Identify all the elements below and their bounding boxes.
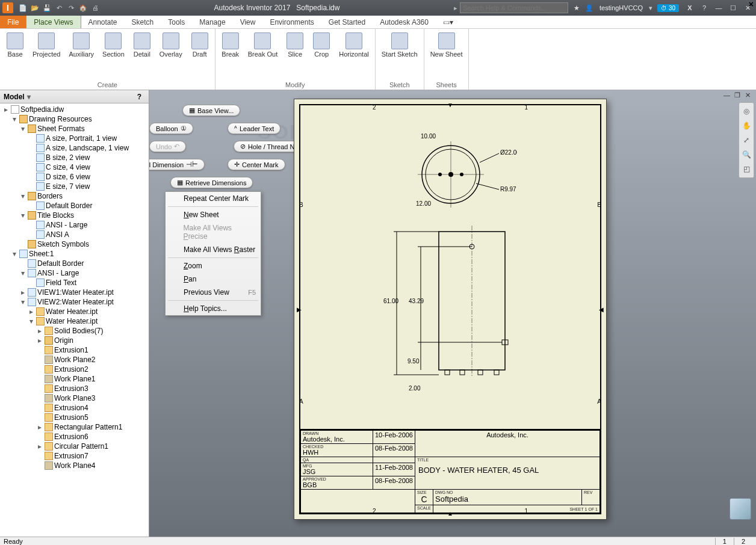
tree-twisty-icon[interactable]: ▾ (11, 115, 18, 123)
retrieve-dimensions-button[interactable]: ▦Retrieve Dimensions (170, 177, 253, 188)
favorite-icon[interactable]: ★ (572, 3, 581, 13)
tree-node[interactable]: ANSI - Large (1, 220, 147, 230)
tree-twisty-icon[interactable]: ▸ (36, 423, 43, 431)
center-mark-button[interactable]: ✛Center Mark (228, 159, 285, 170)
zoom-window-icon[interactable]: ◰ (740, 163, 752, 175)
view-cube[interactable] (730, 498, 751, 520)
tree-twisty-icon[interactable]: ▸ (36, 442, 43, 451)
tree-node[interactable]: ▸VIEW1:Water Heater.ipt (1, 288, 147, 297)
tree-twisty-icon[interactable]: ▾ (19, 125, 26, 133)
tab-environments[interactable]: Environments (262, 16, 321, 28)
qat-chevron-icon[interactable]: ▸ (454, 4, 457, 12)
tree-node[interactable]: ▸Rectangular Pattern1 (1, 422, 147, 432)
pan-icon[interactable]: ✋ (740, 120, 752, 132)
tree-node[interactable]: Default Border (1, 201, 147, 211)
tree-node[interactable]: Sketch Symbols (1, 239, 147, 249)
ribbon-detail-button[interactable]: Detail (131, 31, 153, 80)
tab-place-views[interactable]: Place Views (26, 16, 81, 28)
zoom-all-icon[interactable]: ⤢ (740, 134, 752, 146)
tree-node[interactable]: Extrusion7 (1, 451, 147, 461)
panel-close-icon[interactable]: × (749, 0, 754, 9)
tab-tools[interactable]: Tools (161, 16, 192, 28)
tree-node[interactable]: ▾Sheet:1 (1, 249, 147, 259)
tree-node[interactable]: ▸Softpedia.idw (1, 105, 147, 114)
tree-node[interactable]: ▸Solid Bodies(7) (1, 326, 147, 336)
menu-new-sheet[interactable]: New Sheet (166, 208, 261, 221)
tree-node[interactable]: Extrusion3 (1, 384, 147, 393)
leader-text-button[interactable]: ᴬLeader Text (228, 123, 280, 134)
tree-node[interactable]: ANSI A (1, 230, 147, 239)
minimize-icon[interactable]: — (714, 3, 723, 13)
tree-node[interactable]: ▸Circular Pattern1 (1, 442, 147, 451)
general-dimension-button[interactable]: General Dimension ⊣⊢ (149, 159, 205, 170)
tree-node[interactable]: A size, Landscape, 1 view (1, 143, 147, 153)
tree-twisty-icon[interactable]: ▾ (19, 269, 26, 277)
tree-node[interactable]: ▾Title Blocks (1, 211, 147, 220)
tab-autodesk-a360[interactable]: Autodesk A360 (373, 16, 436, 28)
save-icon[interactable]: 💾 (42, 3, 52, 13)
tree-node[interactable]: Extrusion6 (1, 432, 147, 442)
tree-twisty-icon[interactable]: ▸ (19, 288, 26, 297)
menu-zoom[interactable]: Zoom (166, 259, 261, 272)
panel-help-icon[interactable]: ? (137, 93, 141, 101)
tree-node[interactable]: A size, Portrait, 1 view (1, 134, 147, 143)
tab-get-started[interactable]: Get Started (321, 16, 373, 28)
tree-node[interactable]: ▾Sheet Formats (1, 124, 147, 134)
undo-icon[interactable]: ↶ (54, 3, 64, 13)
zoom-icon[interactable]: 🔍 (740, 149, 752, 161)
user-icon[interactable]: 👤 (585, 4, 593, 12)
tab-file[interactable]: File (0, 16, 26, 28)
doc-close-icon[interactable]: ✕ (745, 91, 754, 100)
tree-node[interactable]: ▾Drawing Resources (1, 114, 147, 124)
tree-node[interactable]: ▾ANSI - Large (1, 268, 147, 278)
tree-twisty-icon[interactable]: ▾ (19, 211, 26, 220)
tree-node[interactable]: ▾Water Heater.ipt (1, 316, 147, 326)
menu-pan[interactable]: Pan (166, 272, 261, 286)
tree-node[interactable]: Default Border (1, 259, 147, 268)
tree-twisty-icon[interactable]: ▾ (19, 192, 26, 200)
tree-twisty-icon[interactable]: ▸ (36, 327, 43, 335)
steering-wheel-icon[interactable]: ◎ (740, 105, 752, 117)
tree-twisty-icon[interactable]: ▾ (28, 317, 35, 325)
ribbon-draft-button[interactable]: Draft (188, 31, 211, 80)
tree-node[interactable]: Work Plane1 (1, 374, 147, 384)
search-input[interactable] (460, 2, 568, 13)
balloon-button[interactable]: Balloon ① (149, 123, 193, 134)
tab-appearance-icon[interactable]: ▭▾ (436, 16, 460, 28)
tree-node[interactable]: D size, 6 view (1, 172, 147, 182)
tab-manage[interactable]: Manage (192, 16, 232, 28)
tree-node[interactable]: Work Plane2 (1, 355, 147, 365)
model-tree[interactable]: ▸Softpedia.idw▾Drawing Resources▾Sheet F… (0, 103, 149, 537)
redo-icon[interactable]: ↷ (66, 3, 76, 13)
tab-sketch[interactable]: Sketch (125, 16, 161, 28)
ribbon-break-button[interactable]: Break (219, 31, 242, 80)
ribbon-section-button[interactable]: Section (100, 31, 127, 80)
tree-node[interactable]: Extrusion5 (1, 413, 147, 422)
tree-node[interactable]: Field Text (1, 278, 147, 288)
user-name[interactable]: testingHVCCQ (600, 4, 643, 11)
new-icon[interactable]: 📄 (18, 3, 28, 13)
ribbon-overlay-button[interactable]: Overlay (157, 31, 185, 80)
ribbon-break-out-button[interactable]: Break Out (246, 31, 280, 80)
tree-twisty-icon[interactable]: ▾ (11, 250, 18, 258)
ribbon-crop-button[interactable]: Crop (310, 31, 333, 80)
status-page-1[interactable]: 1 (715, 538, 734, 545)
exchange-icon[interactable]: X (685, 3, 695, 13)
ribbon-base-button[interactable]: Base (4, 31, 26, 80)
open-icon[interactable]: 📂 (30, 3, 40, 13)
tree-node[interactable]: ▸Water Heater.ipt (1, 307, 147, 316)
tab-annotate[interactable]: Annotate (81, 16, 125, 28)
ribbon-start-sketch-button[interactable]: Start Sketch (379, 31, 420, 80)
tree-node[interactable]: C size, 4 view (1, 162, 147, 172)
tree-twisty-icon[interactable]: ▸ (36, 336, 43, 345)
ribbon-horizontal-button[interactable]: Horizontal (336, 31, 371, 80)
tree-node[interactable]: B size, 2 view (1, 153, 147, 162)
menu-help-topics-[interactable]: Help Topics... (166, 302, 261, 315)
tree-node[interactable]: ▾Borders (1, 191, 147, 201)
tab-view[interactable]: View (233, 16, 263, 28)
help-icon[interactable]: ? (699, 3, 709, 13)
tree-node[interactable]: Work Plane4 (1, 461, 147, 470)
print-icon[interactable]: 🖨 (90, 3, 100, 13)
tree-node[interactable]: Extrusion4 (1, 403, 147, 413)
ribbon-new-sheet-button[interactable]: New Sheet (428, 31, 465, 80)
